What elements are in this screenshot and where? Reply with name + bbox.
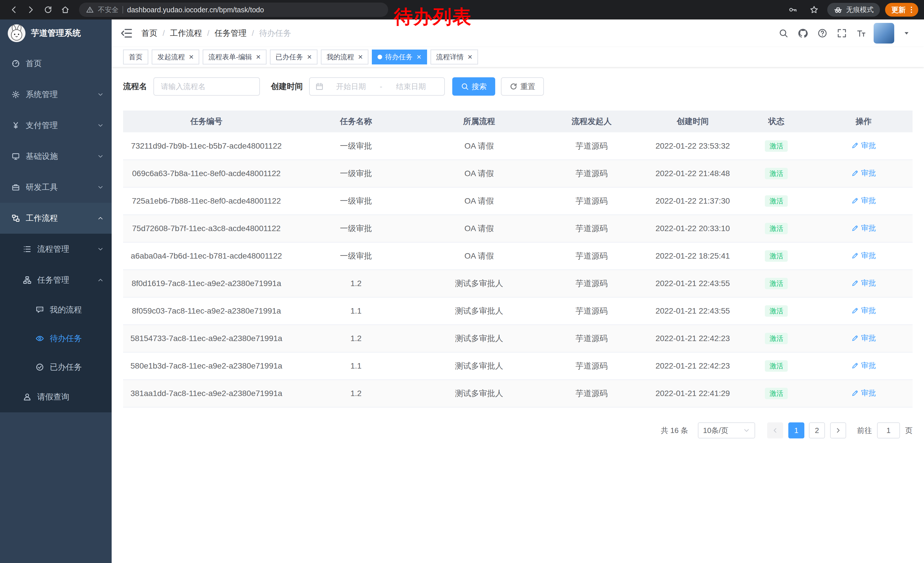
sidebar: 芋道管理系统 首页系统管理支付管理基础设施研发工具工作流程流程管理任务管理我的流… bbox=[0, 20, 112, 563]
tab-2[interactable]: 流程表单-编辑× bbox=[202, 50, 266, 65]
page-button-2[interactable]: 2 bbox=[809, 422, 825, 438]
breadcrumb: 首页/工作流程/任务管理/待办任务 bbox=[141, 28, 291, 39]
chevron-up-icon bbox=[98, 215, 104, 221]
sidebar-item-10[interactable]: 已办任务 bbox=[0, 353, 112, 381]
password-key-icon[interactable] bbox=[785, 2, 801, 17]
sidebar-item-label: 任务管理 bbox=[37, 275, 69, 285]
tab-1[interactable]: 发起流程× bbox=[152, 50, 199, 65]
sidebar-item-5[interactable]: 工作流程 bbox=[0, 203, 112, 234]
approve-link[interactable]: 审批 bbox=[851, 251, 876, 261]
approve-link[interactable]: 审批 bbox=[851, 168, 876, 178]
tab-6[interactable]: 流程详情× bbox=[430, 50, 478, 65]
search-icon[interactable] bbox=[776, 26, 790, 41]
tab-4[interactable]: 我的流程× bbox=[321, 50, 368, 65]
browser-forward-button[interactable] bbox=[23, 2, 39, 17]
search-button[interactable]: 搜索 bbox=[452, 77, 495, 96]
tab-3[interactable]: 已办任务× bbox=[270, 50, 318, 65]
page-button-1[interactable]: 1 bbox=[788, 422, 804, 438]
approve-link[interactable]: 审批 bbox=[851, 333, 876, 343]
process-initiator: 芋道源码 bbox=[536, 160, 647, 187]
tab-0[interactable]: 首页 bbox=[123, 50, 148, 65]
approve-link[interactable]: 审批 bbox=[851, 388, 876, 398]
task-name: 一级审批 bbox=[290, 187, 422, 215]
close-icon[interactable]: × bbox=[417, 53, 421, 61]
process-name-label: 流程名 bbox=[123, 81, 147, 92]
close-icon[interactable]: × bbox=[189, 53, 194, 61]
bookmark-star-icon[interactable] bbox=[806, 2, 822, 17]
next-page-button[interactable] bbox=[830, 422, 846, 438]
sidebar-item-9[interactable]: 待办任务 bbox=[0, 324, 112, 353]
breadcrumb-item[interactable]: 首页 bbox=[141, 28, 158, 39]
prev-page-button[interactable] bbox=[767, 422, 783, 438]
pagination: 共 16 条 10条/页 12 前往 页 bbox=[123, 422, 912, 438]
refresh-icon bbox=[510, 83, 518, 90]
date-range-picker[interactable]: 开始日期 - 结束日期 bbox=[309, 77, 445, 96]
status-badge: 激活 bbox=[765, 360, 788, 372]
tab-label: 已办任务 bbox=[276, 53, 303, 62]
sidebar-item-11[interactable]: 请假查询 bbox=[0, 381, 112, 412]
github-icon[interactable] bbox=[796, 26, 810, 41]
close-icon[interactable]: × bbox=[307, 53, 312, 61]
goto-page-input[interactable] bbox=[877, 422, 900, 438]
approve-label: 审批 bbox=[861, 251, 876, 261]
fullscreen-icon[interactable] bbox=[835, 26, 849, 41]
close-icon[interactable]: × bbox=[468, 53, 472, 61]
approve-link[interactable]: 审批 bbox=[851, 306, 876, 315]
breadcrumb-item[interactable]: 任务管理 bbox=[214, 28, 247, 39]
task-id: a6aba0a4-7b6d-11ec-b781-acde48001122 bbox=[123, 242, 290, 270]
avatar-caret-icon[interactable] bbox=[899, 26, 914, 41]
app-logo[interactable]: 芋道管理系统 bbox=[0, 20, 112, 47]
status-badge: 激活 bbox=[765, 250, 788, 262]
approve-link[interactable]: 审批 bbox=[851, 278, 876, 288]
approve-link[interactable]: 审批 bbox=[851, 223, 876, 233]
task-id: 8f0d1619-7ac8-11ec-a9e2-a2380e71991a bbox=[123, 270, 290, 297]
create-time-label: 创建时间 bbox=[271, 81, 303, 92]
end-date-placeholder: 结束日期 bbox=[383, 82, 438, 92]
breadcrumb-item[interactable]: 工作流程 bbox=[170, 28, 202, 39]
update-button[interactable]: 更新 bbox=[885, 3, 918, 17]
tab-5[interactable]: 待办任务× bbox=[372, 50, 427, 65]
browser-menu-icon[interactable] bbox=[908, 6, 915, 14]
task-name: 1.2 bbox=[290, 270, 422, 297]
page-size-value: 10条/页 bbox=[703, 426, 728, 435]
sidebar-item-3[interactable]: 基础设施 bbox=[0, 141, 112, 172]
column-header: 流程发起人 bbox=[536, 111, 647, 132]
sidebar-item-0[interactable]: 首页 bbox=[0, 48, 112, 79]
reset-button[interactable]: 重置 bbox=[501, 77, 544, 96]
sidebar-item-7[interactable]: 任务管理 bbox=[0, 264, 112, 296]
browser-reload-button[interactable] bbox=[40, 2, 56, 17]
task-table: 任务编号任务名称所属流程流程发起人创建时间状态操作 73211d9d-7b9b-… bbox=[123, 111, 912, 407]
process-name-input[interactable] bbox=[153, 77, 260, 96]
approve-link[interactable]: 审批 bbox=[851, 141, 876, 151]
page-size-select[interactable]: 10条/页 bbox=[698, 422, 755, 438]
sidebar-item-1[interactable]: 系统管理 bbox=[0, 79, 112, 110]
task-id: 725a1eb6-7b88-11ec-8ef0-acde48001122 bbox=[123, 187, 290, 215]
user-avatar[interactable] bbox=[874, 23, 894, 44]
approve-link[interactable]: 审批 bbox=[851, 360, 876, 371]
font-size-icon[interactable] bbox=[854, 26, 868, 41]
address-bar[interactable]: 不安全 dashboard.yudao.iocoder.cn/bpm/task/… bbox=[79, 3, 388, 17]
close-icon[interactable]: × bbox=[256, 53, 261, 61]
browser-home-button[interactable] bbox=[57, 2, 73, 17]
incognito-icon bbox=[834, 5, 843, 14]
task-id: 75d72608-7b7f-11ec-a3c8-acde48001122 bbox=[123, 215, 290, 242]
sidebar-item-2[interactable]: 支付管理 bbox=[0, 110, 112, 141]
help-icon[interactable] bbox=[815, 26, 830, 41]
task-name: 1.1 bbox=[290, 297, 422, 325]
approve-link[interactable]: 审批 bbox=[851, 195, 876, 206]
sidebar-item-label: 已办任务 bbox=[50, 362, 82, 372]
status-badge: 激活 bbox=[765, 278, 788, 289]
approve-label: 审批 bbox=[861, 333, 876, 343]
approve-label: 审批 bbox=[861, 388, 876, 398]
dashboard-icon bbox=[12, 59, 20, 68]
start-date-placeholder: 开始日期 bbox=[324, 82, 379, 92]
sidebar-item-6[interactable]: 流程管理 bbox=[0, 234, 112, 264]
url-text: dashboard.yudao.iocoder.cn/bpm/task/todo bbox=[127, 6, 264, 14]
sidebar-item-8[interactable]: 我的流程 bbox=[0, 296, 112, 324]
close-icon[interactable]: × bbox=[358, 53, 363, 61]
tab-label: 待办任务 bbox=[385, 53, 412, 62]
sidebar-item-label: 首页 bbox=[26, 58, 42, 69]
sidebar-collapse-button[interactable] bbox=[120, 27, 133, 39]
browser-back-button[interactable] bbox=[6, 2, 22, 17]
sidebar-item-4[interactable]: 研发工具 bbox=[0, 172, 112, 203]
